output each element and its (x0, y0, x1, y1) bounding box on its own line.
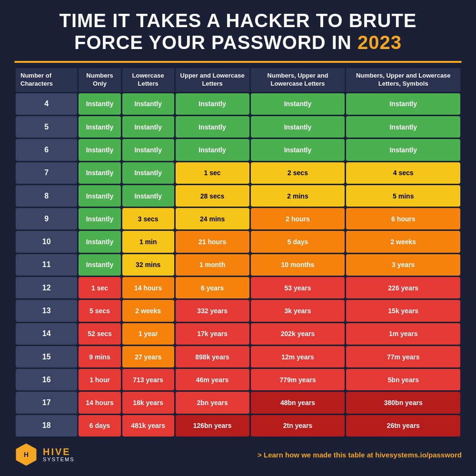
cell-value: Instantly (79, 116, 120, 138)
cell-value: 77m years (346, 346, 460, 367)
table-row: 4InstantlyInstantlyInstantlyInstantlyIns… (16, 93, 460, 115)
cell-value: 1 year (122, 323, 174, 345)
table-row: 186 days481k years126bn years2tn years26… (16, 415, 460, 436)
cell-value: 332 years (176, 300, 249, 321)
cell-value: Instantly (176, 139, 249, 160)
cell-value: Instantly (176, 116, 249, 138)
cell-value: 226 years (346, 277, 460, 298)
cell-chars: 16 (16, 369, 77, 390)
cell-value: Instantly (122, 185, 174, 207)
title-year: 2023 (357, 32, 402, 53)
cell-value: 713 years (122, 369, 174, 390)
cell-value: 6 years (176, 277, 249, 298)
cell-value: Instantly (79, 254, 120, 276)
cell-value: 24 mins (176, 208, 249, 229)
logo-name: HIVE (43, 447, 75, 456)
logo-area: H HIVE SYSTEMS (14, 443, 75, 466)
cell-value: Instantly (176, 93, 249, 115)
cell-value: Instantly (79, 231, 120, 252)
cell-chars: 18 (16, 415, 77, 436)
cell-value: Instantly (122, 93, 174, 115)
table-row: 10Instantly1 min21 hours5 days2 weeks (16, 231, 460, 252)
cell-value: 17k years (176, 323, 249, 345)
cell-value: 1 hour (79, 369, 120, 390)
cell-value: 2tn years (251, 415, 345, 436)
footer: H HIVE SYSTEMS > Learn how we made this … (14, 438, 462, 469)
cell-chars: 12 (16, 277, 77, 298)
cell-value: Instantly (79, 208, 120, 229)
cell-value: 2 weeks (122, 300, 174, 321)
cell-value: 6 days (79, 415, 120, 436)
cell-value: Instantly (251, 139, 345, 160)
cell-value: 5 days (251, 231, 345, 252)
footer-url: hivesystems.io/password (375, 451, 462, 459)
footer-link: > Learn how we made this table at hivesy… (258, 451, 462, 459)
table-header-row: Number of Characters Numbers Only Lowerc… (16, 68, 460, 92)
table-row: 1452 secs1 year17k years202k years1m yea… (16, 323, 460, 345)
table-row: 121 sec14 hours6 years53 years226 years (16, 277, 460, 298)
cell-value: 28 secs (176, 185, 249, 207)
cell-value: 1 sec (176, 162, 249, 184)
cell-value: 53 years (251, 277, 345, 298)
cell-value: 1m years (346, 323, 460, 345)
password-table: Number of Characters Numbers Only Lowerc… (14, 67, 462, 438)
cell-chars: 17 (16, 392, 77, 413)
cell-chars: 5 (16, 116, 77, 138)
table-wrapper: Number of Characters Numbers Only Lowerc… (14, 67, 462, 438)
cell-value: 1 sec (79, 277, 120, 298)
col-header-chars: Number of Characters (16, 68, 77, 92)
cell-value: 18k years (122, 392, 174, 413)
cell-value: 15k years (346, 300, 460, 321)
cell-chars: 15 (16, 346, 77, 367)
cell-value: 481k years (122, 415, 174, 436)
cell-chars: 14 (16, 323, 77, 345)
cell-chars: 13 (16, 300, 77, 321)
cell-value: 5 mins (346, 185, 460, 207)
footer-text: > Learn how we made this table at (258, 451, 375, 459)
cell-value: Instantly (79, 185, 120, 207)
cell-value: Instantly (346, 116, 460, 138)
cell-value: Instantly (122, 116, 174, 138)
logo-text-area: HIVE SYSTEMS (43, 447, 75, 462)
cell-value: 5bn years (346, 369, 460, 390)
cell-value: 2 secs (251, 162, 345, 184)
cell-value: 1 month (176, 254, 249, 276)
table-row: 6InstantlyInstantlyInstantlyInstantlyIns… (16, 139, 460, 160)
cell-chars: 11 (16, 254, 77, 276)
title-section: TIME IT TAKES A HACKER TO BRUTE FORCE YO… (14, 10, 462, 53)
cell-value: 3 years (346, 254, 460, 276)
table-row: 135 secs2 weeks332 years3k years15k year… (16, 300, 460, 321)
cell-value: 4 secs (346, 162, 460, 184)
svg-text:H: H (24, 451, 29, 458)
cell-value: 3 secs (122, 208, 174, 229)
cell-value: 46m years (176, 369, 249, 390)
cell-value: Instantly (251, 116, 345, 138)
hive-logo: H (14, 443, 38, 466)
cell-value: Instantly (79, 93, 120, 115)
cell-value: 380bn years (346, 392, 460, 413)
col-header-numbers: Numbers Only (79, 68, 120, 92)
cell-value: 52 secs (79, 323, 120, 345)
cell-value: 10 months (251, 254, 345, 276)
cell-value: 3k years (251, 300, 345, 321)
cell-value: 27 years (122, 346, 174, 367)
col-header-upper-lower: Upper and Lowercase Letters (176, 68, 249, 92)
col-header-num-upper-lower-sym: Numbers, Upper and Lowercase Letters, Sy… (346, 68, 460, 92)
col-header-lower: Lowercase Letters (122, 68, 174, 92)
title-text-2: FORCE YOUR PASSWORD IN (74, 32, 357, 53)
logo-sub: SYSTEMS (43, 456, 75, 462)
cell-value: 2 hours (251, 208, 345, 229)
cell-value: 48bn years (251, 392, 345, 413)
table-row: 7InstantlyInstantly1 sec2 secs4 secs (16, 162, 460, 184)
cell-value: 1 min (122, 231, 174, 252)
table-row: 8InstantlyInstantly28 secs2 mins5 mins (16, 185, 460, 207)
cell-value: 126bn years (176, 415, 249, 436)
cell-chars: 9 (16, 208, 77, 229)
cell-value: 5 secs (79, 300, 120, 321)
cell-value: 32 mins (122, 254, 174, 276)
cell-value: 14 hours (79, 392, 120, 413)
divider (14, 61, 462, 63)
cell-value: Instantly (122, 139, 174, 160)
cell-value: 14 hours (122, 277, 174, 298)
table-row: 1714 hours18k years2bn years48bn years38… (16, 392, 460, 413)
